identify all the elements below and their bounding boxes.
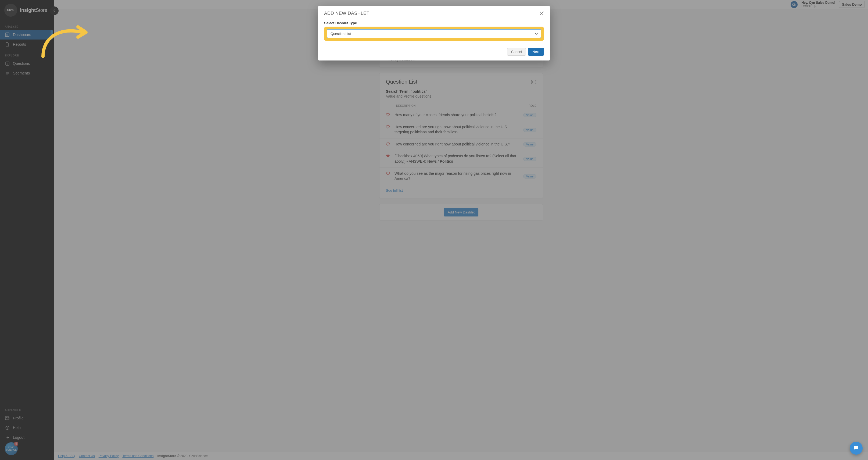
dashlet-type-select-wrap: Question List [327, 29, 541, 38]
modal-close-button[interactable] [539, 11, 544, 16]
chat-icon [853, 445, 859, 451]
cancel-button[interactable]: Cancel [507, 48, 526, 56]
next-button[interactable]: Next [528, 48, 544, 56]
close-icon [539, 11, 544, 16]
dashlet-type-label: Select Dashlet Type [324, 21, 544, 25]
dashlet-type-select[interactable]: Question List [327, 30, 541, 38]
modal-overlay[interactable]: ADD NEW DASHLET Select Dashlet Type Ques… [0, 0, 868, 460]
highlight-annotation: Question List [324, 27, 544, 41]
add-dashlet-modal: ADD NEW DASHLET Select Dashlet Type Ques… [318, 6, 550, 61]
chat-fab[interactable] [850, 442, 863, 455]
modal-title: ADD NEW DASHLET [324, 11, 370, 16]
